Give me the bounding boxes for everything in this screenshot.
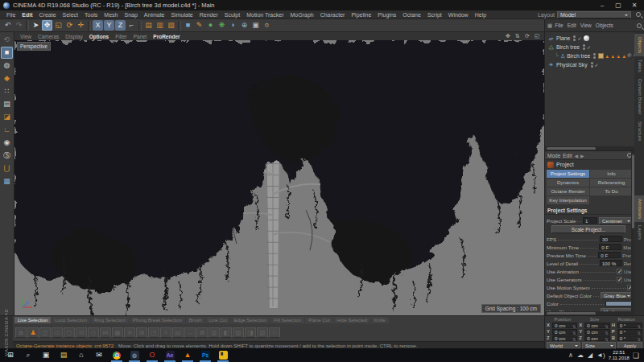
size-input[interactable]: 0 cm⇅ — [584, 335, 609, 341]
search-icon[interactable] — [636, 12, 641, 17]
object-row-birch-tree[interactable]: ⧋ Birch tree ✓ — [545, 43, 634, 51]
material-tag-icon[interactable] — [627, 53, 633, 59]
tool-icon[interactable]: ⋈ — [100, 327, 111, 338]
position-input[interactable]: 0 cm⇅ — [552, 323, 577, 328]
octane-tag-icon[interactable] — [598, 53, 604, 59]
side-tab-objects[interactable]: Objects — [634, 34, 644, 56]
task-view-icon[interactable]: ▣ — [37, 348, 55, 362]
visibility-dots[interactable] — [593, 53, 596, 59]
menu-item[interactable]: Select — [60, 10, 81, 19]
size-input[interactable]: 0 cm⇅ — [584, 329, 609, 335]
separator[interactable] — [178, 21, 181, 31]
lock-y-axis-icon[interactable]: Y — [104, 20, 114, 31]
tool-icon[interactable]: ⌗ — [160, 327, 171, 338]
enable-check-icon[interactable]: ✓ — [587, 44, 591, 50]
undo-icon[interactable]: ↶ — [2, 20, 13, 31]
vp-menu-prorender[interactable]: ProRender — [151, 34, 182, 39]
viewport-zoom-icon[interactable]: ⇅ — [514, 33, 522, 39]
menu-item[interactable]: Edit — [19, 10, 35, 19]
tool-icon[interactable]: ▨ — [233, 327, 244, 338]
object-row-plane[interactable]: ▱ Plane ✓ — [545, 34, 634, 43]
menu-item[interactable]: Octane — [399, 10, 424, 19]
vp-menu-display[interactable]: Display — [63, 34, 85, 39]
tool-tab[interactable]: Phong Break Selection — [130, 317, 185, 323]
object-row-birch-tree-child[interactable]: └ ♙ Birch tree ▲ ▲ ▲ ▲ — [545, 51, 634, 60]
menu-item[interactable]: Pipeline — [348, 10, 374, 19]
tool-icon[interactable]: ◫ — [39, 327, 51, 338]
add-generator-icon[interactable]: ❋ — [217, 20, 227, 31]
lock-x-axis-icon[interactable]: X — [93, 20, 103, 31]
tool-icon[interactable]: ◳ — [148, 327, 159, 338]
add-environment-icon[interactable]: ⊕ — [239, 20, 250, 31]
tool-tab[interactable]: Brush — [186, 317, 205, 323]
edges-mode-icon[interactable]: ▤ — [1, 98, 13, 110]
object-axis-mode-icon[interactable]: ∟ — [1, 124, 13, 136]
store-icon[interactable]: ⌂ — [72, 348, 90, 362]
tool-tab-live-selection[interactable]: Live Selection — [14, 317, 51, 323]
size-input[interactable]: 0 cm⇅ — [584, 323, 609, 328]
attr-menu-edit[interactable]: Edit — [563, 153, 572, 158]
maximize-button[interactable]: ▢ — [612, 0, 625, 10]
menu-item[interactable]: Tools — [81, 10, 101, 19]
layout-dropdown[interactable]: Model — [557, 11, 631, 19]
tab-key-interpolation[interactable]: Key Interpolation — [547, 196, 589, 204]
file-explorer-icon[interactable]: ▤ — [55, 348, 72, 362]
tab-to-do[interactable]: To Do — [590, 187, 633, 195]
tool-icon[interactable]: ≋ — [124, 327, 135, 338]
level-of-detail-input[interactable]: 100 % — [600, 260, 622, 266]
add-deformer-icon[interactable]: ◗ — [228, 20, 238, 31]
title-bar[interactable]: CINEMA 4D R19.068 Studio (RC - R19) - [B… — [0, 0, 644, 10]
tool-icon[interactable]: ▥ — [208, 327, 220, 338]
om-search-icon[interactable] — [637, 23, 642, 28]
viewport-solo-icon[interactable]: ◉ — [1, 137, 13, 149]
tool-tab[interactable]: Hide Selected — [334, 317, 370, 323]
tool-icon[interactable]: ◨ — [245, 327, 256, 338]
tray-chevron-up-icon[interactable]: ∧ — [568, 352, 573, 359]
object-row-physical-sky[interactable]: ☀ Physical Sky ✓ — [545, 60, 634, 69]
coordinate-system-icon[interactable]: ⌐ — [126, 20, 137, 31]
default-object-color-dropdown[interactable]: Gray Blue — [601, 292, 633, 299]
tab-project-settings[interactable]: Project Settings — [547, 170, 589, 178]
history-forward-icon[interactable]: ▶ — [580, 153, 584, 158]
side-tab-layers[interactable]: Layers — [634, 222, 644, 243]
rotation-input[interactable]: 0 °⇅ — [617, 329, 642, 335]
viewport-pan-icon[interactable]: ✥ — [504, 33, 512, 39]
vlc-icon[interactable]: ▲ — [179, 348, 196, 362]
history-back-icon[interactable]: ◀ — [574, 153, 578, 158]
polygons-mode-icon[interactable]: ◪ — [1, 111, 13, 123]
minimize-button[interactable]: – — [596, 0, 609, 10]
make-editable-icon[interactable]: ⟲ — [1, 34, 13, 46]
cinema4d-icon[interactable]: ◍ — [126, 348, 143, 362]
preview-min-time-input[interactable]: 0 F — [598, 252, 621, 258]
color-swatch[interactable] — [605, 301, 633, 306]
tool-icon[interactable]: ⊞ — [136, 327, 147, 338]
vp-menu-panel[interactable]: Panel — [131, 34, 150, 39]
tool-icon[interactable]: ↔ — [184, 327, 196, 338]
magnet-icon[interactable]: ⋃ — [1, 162, 13, 175]
notes-app-icon[interactable]: ▘ — [214, 348, 232, 362]
vp-menu-cameras[interactable]: Cameras — [35, 34, 61, 39]
tool-icon[interactable]: ⊠ — [196, 327, 208, 338]
mail-icon[interactable]: ✉ — [90, 348, 108, 362]
edit-render-settings-icon[interactable]: ▧ — [166, 20, 176, 31]
vp-menu-options[interactable]: Options — [87, 34, 112, 39]
menu-item[interactable]: Motion Tracker — [243, 10, 287, 19]
start-button[interactable]: ⊞ — [2, 348, 19, 362]
rotate-tool-icon[interactable]: ⟳ — [64, 20, 75, 31]
fps-input[interactable]: 30 — [600, 236, 622, 242]
live-selection-icon[interactable]: ➤ — [31, 20, 41, 31]
menu-item[interactable]: Plugins — [374, 10, 399, 19]
texture-mode-icon[interactable]: ◍ — [1, 60, 13, 72]
add-spline-pen-icon[interactable]: ✎ — [194, 20, 204, 31]
use-generators-checkbox[interactable] — [617, 277, 622, 282]
tool-icon[interactable]: ◧ — [221, 327, 232, 338]
snap-toggle-icon[interactable]: Ⓢ — [1, 150, 13, 162]
minimum-time-input[interactable]: 0 F — [599, 244, 621, 250]
menu-item[interactable]: Help — [472, 10, 489, 19]
viewport-toggle-icon[interactable]: ◱ — [533, 33, 541, 39]
om-menu-file[interactable]: File — [553, 23, 564, 28]
menu-item[interactable]: File — [3, 10, 19, 19]
tool-tab[interactable]: Ring Selection — [91, 317, 129, 323]
tool-icon[interactable]: ▦ — [112, 327, 123, 338]
tool-icon[interactable]: ◇ — [88, 327, 99, 338]
